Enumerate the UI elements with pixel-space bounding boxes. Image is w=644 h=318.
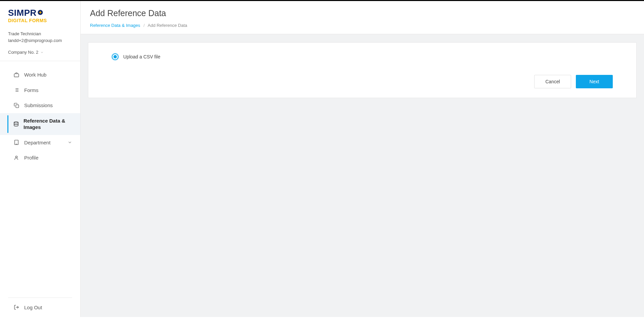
app-root: SIMPR DIGITAL FORMS Trade Technician lan… <box>0 1 644 317</box>
sidebar: SIMPR DIGITAL FORMS Trade Technician lan… <box>0 1 81 317</box>
briefcase-icon <box>13 72 19 78</box>
sidebar-item-label: Submissions <box>24 102 53 109</box>
sidebar-item-department[interactable]: Department <box>0 135 80 150</box>
user-role: Trade Technician <box>8 31 72 37</box>
panel-add-reference-data: Upload a CSV file Cancel Next <box>88 42 637 98</box>
sidebar-item-reference-data[interactable]: Reference Data & Images <box>0 113 80 135</box>
page-title: Add Reference Data <box>90 8 635 18</box>
svg-rect-11 <box>15 140 18 145</box>
sidebar-item-label: Reference Data & Images <box>24 118 72 131</box>
sidebar-item-forms[interactable]: Forms <box>0 83 80 98</box>
radio-icon <box>112 53 119 60</box>
sidebar-item-label: Log Out <box>24 304 42 311</box>
sidebar-item-work-hub[interactable]: Work Hub <box>0 67 80 83</box>
company-selector[interactable]: Company No. 2 <box>0 50 80 61</box>
logo-main: SIMPR <box>8 8 72 17</box>
main-body: Upload a CSV file Cancel Next <box>81 34 644 317</box>
sidebar-item-label: Profile <box>24 154 39 161</box>
logo-text-pre: SIMPR <box>8 8 37 17</box>
database-icon <box>13 121 19 127</box>
main-header: Add Reference Data Reference Data & Imag… <box>81 1 644 34</box>
svg-point-20 <box>15 156 17 157</box>
building-icon <box>13 139 19 145</box>
sidebar-item-label: Work Hub <box>24 72 46 78</box>
chevron-down-icon <box>67 140 72 145</box>
sidebar-nav: Work Hub Forms Submissions Reference Dat… <box>0 61 80 298</box>
sidebar-item-label: Forms <box>24 87 39 94</box>
copy-icon <box>13 102 19 108</box>
radio-dot-icon <box>113 55 117 58</box>
breadcrumb: Reference Data & Images / Add Reference … <box>90 23 635 28</box>
sidebar-item-label: Department <box>24 139 50 146</box>
cancel-button[interactable]: Cancel <box>534 75 571 88</box>
radio-option-upload-csv[interactable]: Upload a CSV file <box>112 53 613 60</box>
company-label: Company No. 2 <box>8 50 38 55</box>
logo-sub: DIGITAL FORMS <box>8 18 72 23</box>
user-email: landd+2@simprogroup.com <box>8 37 72 44</box>
sidebar-item-profile[interactable]: Profile <box>0 150 80 166</box>
panel-actions: Cancel Next <box>112 75 613 88</box>
list-icon <box>13 87 19 93</box>
sidebar-item-logout[interactable]: Log Out <box>8 300 72 315</box>
user-block: Trade Technician landd+2@simprogroup.com <box>0 29 80 50</box>
svg-rect-9 <box>16 105 19 108</box>
sidebar-footer: Log Out <box>8 298 72 317</box>
breadcrumb-current: Add Reference Data <box>148 23 187 28</box>
user-icon <box>13 155 19 161</box>
svg-point-10 <box>14 122 18 123</box>
logout-icon <box>13 304 19 310</box>
svg-rect-2 <box>14 74 18 77</box>
sidebar-item-submissions[interactable]: Submissions <box>0 98 80 113</box>
chevron-down-icon <box>40 51 44 54</box>
main: Add Reference Data Reference Data & Imag… <box>81 1 644 317</box>
next-button[interactable]: Next <box>576 75 613 88</box>
breadcrumb-parent[interactable]: Reference Data & Images <box>90 23 140 28</box>
radio-label: Upload a CSV file <box>123 54 160 59</box>
gear-icon <box>37 9 44 16</box>
logo-block: SIMPR DIGITAL FORMS <box>0 1 80 29</box>
breadcrumb-separator: / <box>143 23 145 28</box>
